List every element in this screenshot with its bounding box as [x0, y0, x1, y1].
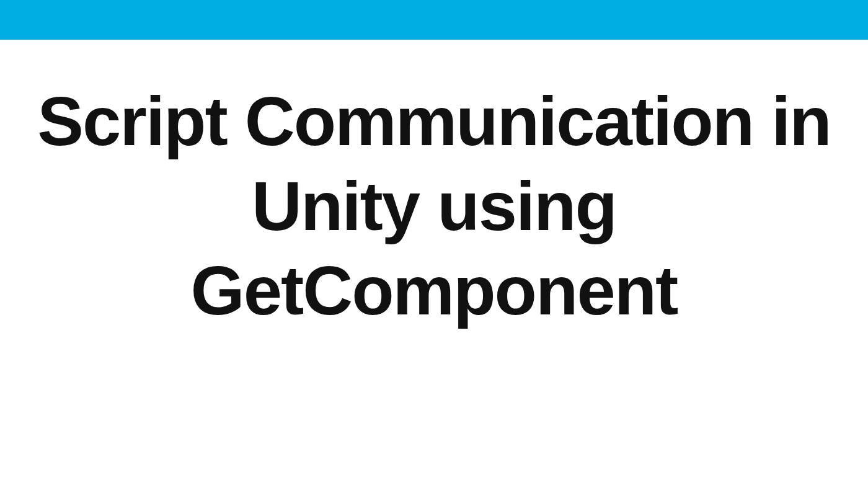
content-area: Script Communication in Unity using GetC… [0, 40, 868, 334]
slide-title: Script Communication in Unity using GetC… [31, 79, 837, 334]
accent-bar [0, 0, 868, 40]
